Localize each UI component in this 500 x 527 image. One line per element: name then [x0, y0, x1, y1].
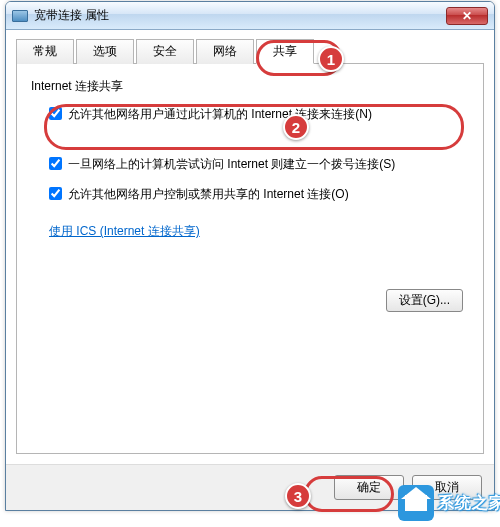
group-title: Internet 连接共享: [31, 78, 469, 95]
checkbox-dial-on-demand[interactable]: [49, 157, 62, 170]
close-button[interactable]: ✕: [446, 7, 488, 25]
checkbox-label-allow-control: 允许其他网络用户控制或禁用共享的 Internet 连接(O): [68, 185, 349, 203]
dialog-window: 宽带连接 属性 ✕ 常规 选项 安全 网络 共享 Internet 连接共享 允…: [5, 1, 495, 511]
tab-general[interactable]: 常规: [16, 39, 74, 64]
checkbox-row-allow-connect: 允许其他网络用户通过此计算机的 Internet 连接来连接(N): [31, 105, 469, 123]
cancel-button[interactable]: 取消: [412, 475, 482, 500]
checkbox-label-dial-on-demand: 一旦网络上的计算机尝试访问 Internet 则建立一个拨号连接(S): [68, 155, 395, 173]
tab-strip: 常规 选项 安全 网络 共享: [16, 38, 484, 64]
link-ics-help[interactable]: 使用 ICS (Internet 连接共享): [49, 223, 200, 240]
titlebar[interactable]: 宽带连接 属性 ✕: [6, 2, 494, 30]
tab-network[interactable]: 网络: [196, 39, 254, 64]
checkbox-allow-control[interactable]: [49, 187, 62, 200]
checkbox-row-dial-on-demand: 一旦网络上的计算机尝试访问 Internet 则建立一个拨号连接(S): [31, 155, 469, 173]
tab-security[interactable]: 安全: [136, 39, 194, 64]
tab-sharing[interactable]: 共享: [256, 39, 314, 64]
close-icon: ✕: [462, 9, 472, 23]
settings-button[interactable]: 设置(G)...: [386, 289, 463, 312]
window-title: 宽带连接 属性: [34, 7, 446, 24]
checkbox-label-allow-connect: 允许其他网络用户通过此计算机的 Internet 连接来连接(N): [68, 105, 372, 123]
ok-button[interactable]: 确定: [334, 475, 404, 500]
tab-options[interactable]: 选项: [76, 39, 134, 64]
tab-panel-sharing: Internet 连接共享 允许其他网络用户通过此计算机的 Internet 连…: [16, 64, 484, 454]
checkbox-row-allow-control: 允许其他网络用户控制或禁用共享的 Internet 连接(O): [31, 185, 469, 203]
client-area: 常规 选项 安全 网络 共享 Internet 连接共享 允许其他网络用户通过此…: [6, 30, 494, 464]
app-icon: [12, 10, 28, 22]
dialog-footer: 确定 取消: [6, 464, 494, 510]
checkbox-allow-connect[interactable]: [49, 107, 62, 120]
